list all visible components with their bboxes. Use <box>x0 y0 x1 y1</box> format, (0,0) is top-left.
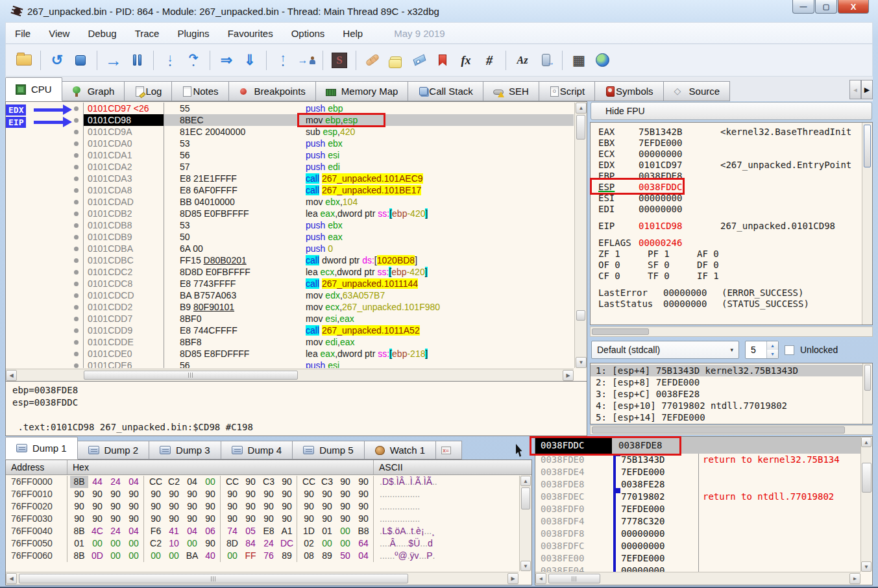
hex-byte[interactable]: 00 <box>318 537 336 550</box>
scroll-right-icon[interactable]: ▶ <box>563 370 574 381</box>
hex-byte[interactable]: 90 <box>260 488 278 500</box>
breakpoint-dot-icon[interactable] <box>69 184 84 196</box>
hex-byte[interactable]: 90 <box>106 500 125 513</box>
hex-byte[interactable]: 90 <box>147 488 165 500</box>
dump-horizontal-scrollbar[interactable]: ◀ ▶ <box>6 572 518 585</box>
hex-byte[interactable]: 00 <box>88 537 106 550</box>
hex-dump[interactable]: Address Hex ASCII 76FF00008B442404CCC204… <box>5 459 532 585</box>
disasm-row[interactable]: 0101CDBA6A 00push 0 <box>6 243 574 254</box>
hex-byte[interactable]: 90 <box>318 488 336 500</box>
hex-byte[interactable]: 90 <box>336 488 354 500</box>
disasm-row[interactable]: 0101CDA053push ebx <box>6 138 574 149</box>
hex-byte[interactable]: 90 <box>354 488 372 500</box>
hex-byte[interactable]: 90 <box>241 513 260 525</box>
hex-byte[interactable]: 01 <box>70 537 88 550</box>
hex-byte[interactable]: CC <box>147 476 165 488</box>
flag-cell[interactable]: PF 1 <box>648 249 697 260</box>
hex-byte[interactable]: 90 <box>300 488 318 500</box>
hex-byte[interactable]: DC <box>278 537 296 550</box>
hex-byte[interactable]: 90 <box>278 476 296 488</box>
breakpoint-dot-icon[interactable] <box>69 149 84 161</box>
disasm-row[interactable]: 0101CDDE8BF8mov edi,eax <box>6 336 574 348</box>
flag-cell[interactable]: IF 1 <box>697 271 746 282</box>
hex-byte[interactable]: 44 <box>88 476 106 488</box>
hex-byte[interactable]: 90 <box>125 513 143 525</box>
hex-byte[interactable]: 40 <box>201 550 219 562</box>
tab-symbols[interactable]: Symbols <box>595 81 664 101</box>
tab-notes[interactable]: Notes <box>172 81 228 101</box>
tab-breakpoints[interactable]: Breakpoints <box>229 81 316 101</box>
calculator-icon[interactable]: ▦ <box>569 51 589 70</box>
hex-row[interactable]: 76FF00608B0D00000000BA4000FF768908895004… <box>6 550 518 562</box>
disasm-row[interactable]: 0101CDD9E8 744CFFFFcall 267_unpacked.101… <box>6 325 574 336</box>
hex-byte[interactable]: 1D <box>300 525 318 537</box>
register-row[interactable]: EIP0101CD98267_unpacked.0101CD98 <box>598 221 860 232</box>
menu-item-help[interactable]: Help <box>334 24 372 43</box>
scroll-up-icon[interactable]: ▲ <box>520 476 531 486</box>
stack-vertical-scrollbar[interactable]: ▲ ▼ <box>860 437 872 572</box>
disasm-row[interactable]: 0101CDB853push ebx <box>6 219 574 231</box>
flag-cell[interactable]: TF 0 <box>648 271 697 282</box>
scroll-right-icon[interactable]: ▶ <box>849 573 860 584</box>
hex-byte[interactable]: FF <box>241 550 260 562</box>
tab-scroll-left-icon[interactable]: ◂ <box>849 80 861 99</box>
scroll-right-icon[interactable]: ▶ <box>507 573 518 584</box>
hex-byte[interactable]: 90 <box>147 500 165 513</box>
register-row[interactable]: EDX0101CD97<267_unpacked.EntryPoint <box>598 160 860 171</box>
hex-byte[interactable]: 90 <box>300 513 318 525</box>
hex-byte[interactable]: CC <box>300 476 318 488</box>
disasm-row[interactable]: 0101CDE656push esi <box>6 360 574 368</box>
disasm-row[interactable]: 0101CDC28D8D E0FBFFFFlea ecx,dword ptr s… <box>6 266 574 278</box>
tab-scroll-right-icon[interactable]: ▶ <box>861 80 873 99</box>
hex-byte[interactable]: 90 <box>201 513 219 525</box>
disasm-vertical-scrollbar[interactable]: ▲ ▼ <box>574 103 587 368</box>
debuggee-globe-icon[interactable] <box>592 51 612 70</box>
scroll-down-icon[interactable]: ▼ <box>520 561 531 571</box>
breakpoint-dot-icon[interactable] <box>69 243 84 254</box>
hex-byte[interactable]: 00 <box>336 537 354 550</box>
hex-byte[interactable]: 00 <box>106 550 125 562</box>
flag-cell[interactable]: CF 0 <box>598 271 648 282</box>
breakpoint-dot-icon[interactable] <box>69 278 84 289</box>
breakpoint-dot-icon[interactable] <box>69 313 84 325</box>
dump-tab-dump-5[interactable]: Dump 5 <box>293 441 365 459</box>
breakpoint-dot-icon[interactable] <box>69 348 84 360</box>
register-row[interactable]: EDI00000000 <box>598 204 860 215</box>
breakpoint-dot-icon[interactable] <box>69 219 84 231</box>
hex-byte[interactable]: 76 <box>260 550 278 562</box>
hex-byte[interactable]: 04 <box>125 525 143 537</box>
hex-byte[interactable]: 90 <box>165 513 183 525</box>
preferences-az-icon[interactable]: Az <box>513 51 532 70</box>
hex-byte[interactable]: 90 <box>70 513 88 525</box>
flag-cell[interactable]: SF 0 <box>648 260 697 271</box>
disasm-row[interactable]: 0101CD97 <2655push ebp <box>6 103 574 114</box>
menu-item-file[interactable]: File <box>6 24 40 43</box>
tab-source[interactable]: Source <box>664 81 731 101</box>
tab-call-stack[interactable]: Call Stack <box>408 81 483 101</box>
register-row[interactable]: EAX75B1342B<kernel32.BaseThreadInit <box>598 127 860 138</box>
hex-byte[interactable]: 00 <box>223 550 241 562</box>
stack-horizontal-scrollbar[interactable]: ◀ ▶ <box>535 572 860 585</box>
hex-byte[interactable]: 0D <box>88 550 106 562</box>
hex-byte[interactable]: 90 <box>260 513 278 525</box>
hex-byte[interactable]: 90 <box>165 500 183 513</box>
step-into-icon[interactable]: ↓• <box>160 51 180 70</box>
hash-icon[interactable]: # <box>480 51 499 70</box>
breakpoint-dot-icon[interactable] <box>69 173 84 184</box>
hex-byte[interactable]: 8D <box>223 537 241 550</box>
hex-byte[interactable]: 90 <box>223 500 241 513</box>
registers-horizontal-scrollbar[interactable] <box>590 326 873 337</box>
flag-cell[interactable]: OF 0 <box>598 260 648 271</box>
hex-byte[interactable]: 90 <box>318 513 336 525</box>
hex-byte[interactable]: 50 <box>336 550 354 562</box>
breakpoint-dot-icon[interactable] <box>69 336 84 348</box>
hex-byte[interactable]: 90 <box>336 513 354 525</box>
hex-byte[interactable]: 41 <box>165 525 183 537</box>
flag-cell[interactable]: ZF 1 <box>598 249 648 260</box>
hex-byte[interactable]: CC <box>223 476 241 488</box>
argument-row[interactable]: 4: [esp+10] 77019802 ntdll.77019802 <box>591 400 872 411</box>
hex-byte[interactable]: 00 <box>125 537 143 550</box>
hex-byte[interactable]: C3 <box>318 476 336 488</box>
restart-icon[interactable]: ↺ <box>47 51 67 70</box>
hex-byte[interactable]: 90 <box>241 488 260 500</box>
